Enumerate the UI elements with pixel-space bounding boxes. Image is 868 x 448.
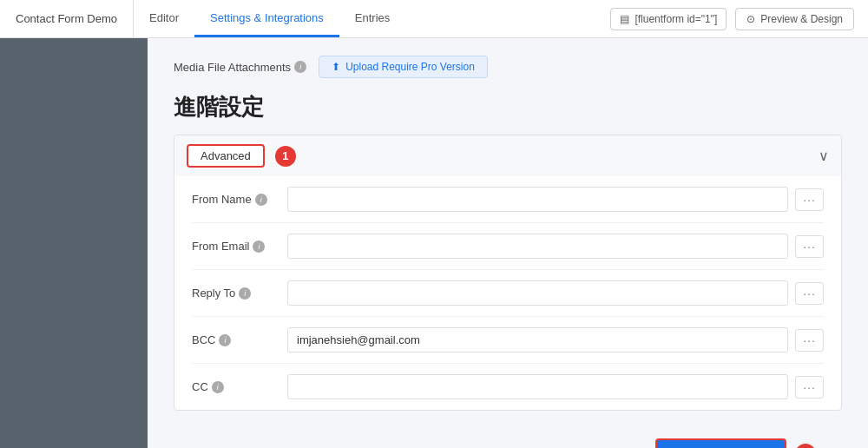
cc-input[interactable]: [287, 374, 788, 399]
advanced-header-left: Advanced 1: [187, 144, 296, 168]
form-row-from-name: From Name i ···: [192, 176, 824, 223]
preview-button[interactable]: ⊙ Preview & Design: [735, 8, 854, 30]
from-email-input-wrap: ···: [287, 234, 824, 259]
cc-dots-button[interactable]: ···: [795, 376, 824, 399]
preview-icon: ⊙: [746, 13, 755, 25]
nav-right: ▤ [fluentform id="1"] ⊙ Preview & Design: [610, 8, 868, 30]
bcc-input[interactable]: [287, 327, 788, 352]
main-content: Media File Attachments i ⬆ Upload Requir…: [148, 38, 868, 448]
media-attach-row: Media File Attachments i ⬆ Upload Requir…: [174, 56, 842, 78]
shortcode-button[interactable]: ▤ [fluentform id="1"]: [610, 8, 727, 30]
cc-input-wrap: ···: [287, 374, 824, 399]
layout: Media File Attachments i ⬆ Upload Requir…: [0, 38, 868, 448]
from-name-label: From Name i: [192, 193, 287, 206]
from-name-info-icon: i: [255, 194, 267, 206]
from-email-label: From Email i: [192, 240, 287, 253]
bottom-bar: ● Save Notification 2: [174, 426, 842, 448]
save-notification-wrap: ● Save Notification 2: [655, 438, 816, 448]
form-row-bcc: BCC i ···: [192, 317, 824, 364]
from-email-input[interactable]: [287, 234, 788, 259]
nav-left: Contact Form Demo Editor Settings & Inte…: [0, 0, 405, 37]
advanced-section: Advanced 1 ∨ From Name i ···: [174, 135, 842, 411]
reply-to-dots-button[interactable]: ···: [795, 282, 824, 305]
bcc-info-icon: i: [219, 334, 231, 346]
from-name-input-wrap: ···: [287, 187, 824, 212]
site-name: Contact Form Demo: [0, 0, 134, 37]
upload-label: Upload Require Pro Version: [345, 61, 475, 73]
form-row-reply-to: Reply To i ···: [192, 270, 824, 317]
upload-button[interactable]: ⬆ Upload Require Pro Version: [319, 56, 488, 78]
form-row-cc: CC i ···: [192, 364, 824, 410]
upload-icon: ⬆: [332, 61, 340, 73]
advanced-label: Advanced: [187, 144, 265, 168]
chevron-down-icon: ∨: [819, 148, 829, 164]
tab-settings[interactable]: Settings & Integrations: [194, 0, 339, 37]
from-email-dots-button[interactable]: ···: [795, 235, 824, 258]
reply-to-input-wrap: ···: [287, 280, 824, 306]
media-info-icon: i: [294, 61, 306, 73]
reply-to-input[interactable]: [287, 280, 788, 306]
save-badge: 2: [795, 444, 816, 449]
reply-to-label: Reply To i: [192, 287, 287, 300]
from-name-dots-button[interactable]: ···: [795, 188, 824, 211]
advanced-badge: 1: [275, 146, 296, 167]
from-email-info-icon: i: [253, 240, 265, 253]
tab-editor[interactable]: Editor: [134, 0, 194, 37]
tab-entries[interactable]: Entries: [339, 0, 405, 37]
cc-info-icon: i: [212, 381, 224, 393]
advanced-header[interactable]: Advanced 1 ∨: [174, 135, 841, 176]
bcc-label: BCC i: [192, 333, 287, 346]
sidebar: [0, 38, 148, 448]
preview-text: Preview & Design: [760, 13, 843, 25]
cc-label: CC i: [192, 380, 287, 393]
bcc-input-wrap: ···: [287, 327, 824, 352]
reply-to-info-icon: i: [239, 287, 251, 300]
media-label: Media File Attachments i: [174, 61, 306, 74]
from-name-input[interactable]: [287, 187, 788, 212]
form-fields: From Name i ··· From Email i: [174, 176, 841, 410]
shortcode-icon: ▤: [620, 13, 629, 25]
form-row-from-email: From Email i ···: [192, 223, 824, 270]
save-notification-button[interactable]: ● Save Notification: [655, 438, 786, 448]
media-label-text: Media File Attachments: [174, 61, 291, 74]
bcc-dots-button[interactable]: ···: [795, 329, 824, 352]
chinese-heading: 進階設定: [174, 92, 842, 122]
shortcode-text: [fluentform id="1"]: [635, 13, 717, 25]
top-nav: Contact Form Demo Editor Settings & Inte…: [0, 0, 868, 38]
